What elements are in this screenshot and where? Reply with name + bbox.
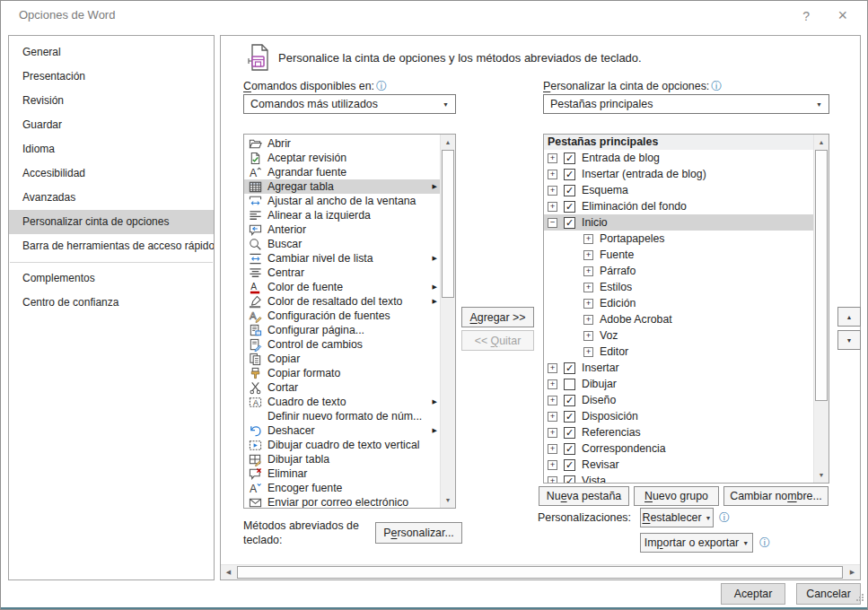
expand-icon[interactable]: + xyxy=(548,170,557,179)
command-row[interactable]: Anterior xyxy=(244,222,440,237)
tab-group-row[interactable]: +Estilos xyxy=(544,279,813,295)
command-row[interactable]: ACuadro de texto▶ xyxy=(244,395,440,409)
expand-icon[interactable]: + xyxy=(548,412,557,422)
command-row[interactable]: Centrar xyxy=(244,266,440,280)
expand-icon[interactable]: + xyxy=(548,379,557,389)
cancel-button[interactable]: Cancelar xyxy=(796,583,861,605)
command-row[interactable]: Definir nuevo formato de núm... xyxy=(244,409,440,423)
new-tab-button[interactable]: Nueva pestaña xyxy=(539,486,629,506)
sidebar-item[interactable]: Idioma xyxy=(9,137,214,161)
checkbox[interactable]: ✓ xyxy=(564,185,575,196)
tab-row[interactable]: +✓Referencias xyxy=(544,424,813,440)
tab-row[interactable]: +✓Esquema xyxy=(544,182,813,198)
rename-button[interactable]: Cambiar nombre... xyxy=(723,486,829,506)
expand-icon[interactable]: + xyxy=(583,266,593,276)
expand-icon[interactable]: + xyxy=(548,460,557,470)
info-icon[interactable]: ⓘ xyxy=(376,80,387,92)
tab-row[interactable]: +✓Insertar (entrada de blog) xyxy=(544,166,813,182)
command-row[interactable]: Agregar tabla▶ xyxy=(244,179,440,194)
tab-group-row[interactable]: +Edición xyxy=(544,295,813,311)
command-row[interactable]: AColor de fuente▶ xyxy=(244,280,440,294)
ok-button[interactable]: Aceptar xyxy=(721,583,785,605)
tab-row[interactable]: +✓Insertar xyxy=(544,360,813,376)
sidebar-item[interactable]: Complementos xyxy=(9,266,214,291)
expand-icon[interactable]: + xyxy=(548,444,557,454)
command-row[interactable]: Alinear a la izquierda xyxy=(244,208,440,222)
tab-row[interactable]: +✓Vista xyxy=(544,473,813,484)
tab-group-row[interactable]: +Editor xyxy=(544,344,813,360)
command-row[interactable]: Dibujar cuadro de texto vertical xyxy=(244,438,440,452)
command-row[interactable]: AAgrandar fuente xyxy=(244,165,440,179)
tab-group-row[interactable]: +Portapapeles xyxy=(544,231,813,247)
command-row[interactable]: Dibujar tabla xyxy=(244,452,440,466)
expand-icon[interactable]: + xyxy=(583,250,593,260)
scroll-up-icon[interactable]: ▲ xyxy=(441,135,455,150)
command-row[interactable]: Ajustar al ancho de la ventana xyxy=(244,194,440,208)
tab-row[interactable]: +✓Disposición xyxy=(544,408,813,424)
checkbox[interactable]: ✓ xyxy=(564,443,575,455)
remove-button[interactable]: << Quitar xyxy=(461,330,534,351)
scrollbar-thumb[interactable] xyxy=(815,150,828,401)
tab-row[interactable]: +✓Diseño xyxy=(544,392,813,408)
info-icon[interactable]: ⓘ xyxy=(719,510,730,526)
help-icon[interactable]: ? xyxy=(797,8,815,24)
checkbox[interactable]: ✓ xyxy=(564,427,575,439)
scroll-right-icon[interactable]: ▶ xyxy=(845,565,860,580)
command-row[interactable]: AConfiguración de fuentes xyxy=(244,309,440,323)
new-group-button[interactable]: Nuevo grupo xyxy=(634,486,719,506)
expand-icon[interactable]: + xyxy=(583,347,593,357)
command-row[interactable]: Deshacer▶ xyxy=(244,423,440,438)
command-row[interactable]: Aceptar revisión xyxy=(244,151,440,165)
reset-button[interactable]: Restablecer▼ xyxy=(640,508,714,527)
tab-row[interactable]: +Dibujar xyxy=(544,376,813,392)
move-up-button[interactable]: ▲ xyxy=(837,307,861,327)
checkbox[interactable] xyxy=(564,379,575,390)
command-row[interactable]: Configurar página... xyxy=(244,323,440,337)
expand-icon[interactable]: + xyxy=(583,315,593,325)
horizontal-scrollbar[interactable]: ◀ ▶ xyxy=(221,564,860,580)
tab-row[interactable]: +✓Eliminación del fondo xyxy=(544,198,813,214)
expand-icon[interactable]: + xyxy=(548,396,557,405)
expand-icon[interactable]: + xyxy=(548,153,557,163)
checkbox[interactable]: ✓ xyxy=(564,475,575,484)
sidebar-item[interactable]: Barra de herramientas de acceso rápido xyxy=(9,234,214,258)
command-row[interactable]: Color de resaltado del texto▶ xyxy=(244,294,440,309)
tab-group-row[interactable]: +Fuente xyxy=(544,247,813,263)
tab-row[interactable]: +✓Revisar xyxy=(544,457,813,473)
close-icon[interactable]: × xyxy=(832,6,853,24)
sidebar-item[interactable]: Centro de confianza xyxy=(9,291,214,315)
tab-row[interactable]: +✓Entrada de blog xyxy=(544,150,813,166)
checkbox[interactable]: ✓ xyxy=(564,152,575,164)
checkbox[interactable]: ✓ xyxy=(564,217,575,229)
info-icon[interactable]: ⓘ xyxy=(711,80,722,92)
expand-icon[interactable]: + xyxy=(548,428,557,438)
tab-group-row[interactable]: +Adobe Acrobat xyxy=(544,311,813,327)
tab-row[interactable]: +✓Correspondencia xyxy=(544,440,813,457)
expand-icon[interactable]: + xyxy=(548,202,557,212)
sidebar-item[interactable]: General xyxy=(9,40,214,65)
checkbox[interactable]: ✓ xyxy=(564,459,575,471)
commands-available-dropdown[interactable]: Comandos más utilizados ▼ xyxy=(243,94,456,114)
customize-shortcuts-button[interactable]: Personalizar... xyxy=(375,522,462,544)
customize-ribbon-dropdown[interactable]: Pestañas principales ▼ xyxy=(543,94,829,114)
expand-icon[interactable]: + xyxy=(548,186,557,196)
sidebar-item[interactable]: Accesibilidad xyxy=(9,161,214,186)
checkbox[interactable]: ✓ xyxy=(564,411,575,423)
command-row[interactable]: Enviar por correo electrónico xyxy=(244,495,440,509)
import-export-button[interactable]: Importar o exportar▼ xyxy=(640,533,753,553)
expand-icon[interactable]: + xyxy=(548,363,557,373)
checkbox[interactable]: ✓ xyxy=(564,395,575,406)
move-down-button[interactable]: ▼ xyxy=(837,330,861,350)
sidebar-item[interactable]: Personalizar cinta de opciones xyxy=(9,210,214,234)
command-row[interactable]: Copiar xyxy=(244,352,440,366)
command-row[interactable]: Cambiar nivel de lista▶ xyxy=(244,251,440,266)
sidebar-item[interactable]: Guardar xyxy=(9,113,214,137)
tab-row[interactable]: −✓Inicio xyxy=(544,214,813,231)
tab-group-row[interactable]: +Voz xyxy=(544,327,813,344)
expand-icon[interactable]: + xyxy=(583,283,593,292)
expand-icon[interactable]: + xyxy=(548,476,557,484)
scroll-up-icon[interactable]: ▲ xyxy=(814,135,829,150)
scroll-down-icon[interactable]: ▼ xyxy=(814,467,829,483)
checkbox[interactable]: ✓ xyxy=(564,362,575,374)
checkbox[interactable]: ✓ xyxy=(564,169,575,180)
